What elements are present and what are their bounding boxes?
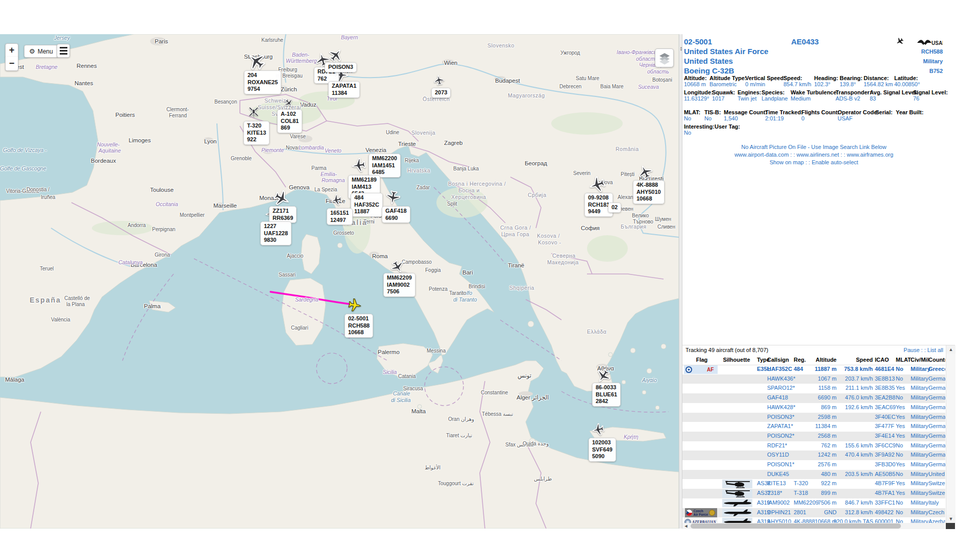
scroll-up-button[interactable]: ▲ xyxy=(946,345,955,354)
layers-button[interactable] xyxy=(655,48,674,67)
table-row[interactable]: DUKE45480 m203.5 km/hAE50B5NoMilitaryUni… xyxy=(682,470,945,480)
aircraft-icon[interactable] xyxy=(638,164,653,180)
column-header-mlat[interactable]: MLAT xyxy=(896,357,909,363)
aircraft-map-label[interactable]: ZAPATA111384 xyxy=(328,81,360,98)
table-row[interactable]: SPARO12*1158 m211.1 km/h3E8B35YesMilitar… xyxy=(682,384,945,393)
table-row[interactable]: ZAPATA1*11384 m3F477FYesMilitaryGermany xyxy=(682,422,945,432)
cell-ctry: Germany xyxy=(928,404,945,410)
table-row[interactable]: POISON1*2576 m3FB3D0YesMilitaryGermany xyxy=(682,460,945,470)
scroll-left-button[interactable]: ◄ xyxy=(682,523,690,529)
aircraft-map-label[interactable]: 484HAF352C11887 xyxy=(351,193,383,217)
zoom-out-button[interactable]: − xyxy=(5,57,18,71)
list-all-link[interactable]: List all xyxy=(927,347,943,353)
aircraft-map-label[interactable]: 4K-8888AHY501010668 xyxy=(633,180,665,204)
flag-cell[interactable]: CzechAir Force xyxy=(683,509,718,517)
map-canvas[interactable]: JerseyGolfo de Vizcaya -Golfe de Gascogn… xyxy=(0,34,679,529)
jet-silhouette-icon[interactable] xyxy=(722,499,752,508)
table-row[interactable]: HAWK428*869 m192.6 km/h3EAC69YesMilitary… xyxy=(682,403,945,413)
heli-silhouette-icon[interactable] xyxy=(722,480,752,488)
aircraft-icon[interactable] xyxy=(273,190,290,207)
column-header-flag[interactable]: Flag xyxy=(687,357,717,363)
aircraft-map-label[interactable]: 2073 xyxy=(431,88,451,98)
hscroll-thumb[interactable] xyxy=(691,523,901,529)
aircraft-icon[interactable] xyxy=(247,52,266,71)
table-row[interactable]: POISON2*2568 m3F4E14YesMilitaryGermany xyxy=(682,432,945,441)
table-row[interactable]: AS32T318*T-318899 m4B7FA1YesMilitarySwit… xyxy=(682,489,945,498)
column-header-civmil[interactable]: Civ/Mil xyxy=(911,357,928,363)
list-horizontal-scrollbar[interactable]: ◄ xyxy=(682,523,945,529)
aircraft-map-label[interactable]: MM62200IAM14516485 xyxy=(369,154,401,178)
table-row[interactable]: POISON3*2598 m3F40ECYesMilitaryGermany xyxy=(682,413,945,422)
aircraft-icon[interactable] xyxy=(592,423,605,436)
aircraft-icon[interactable] xyxy=(433,74,445,86)
aircraft-map-label[interactable]: A-102COL81869 xyxy=(277,109,302,133)
cell-mlat: Yes xyxy=(896,490,909,496)
table-row[interactable]: CzechAir Force A319DPHIN212801GND312.8 k… xyxy=(682,508,945,518)
aircraft-icon[interactable] xyxy=(330,194,342,206)
map-action-link[interactable]: Enable auto-select xyxy=(812,159,858,165)
detail-field: Transponder:ADS-B v2 xyxy=(836,89,871,102)
aircraft-map-label[interactable]: 02 xyxy=(608,203,621,213)
aircraft-map-label[interactable]: 1227UAF12289830 xyxy=(260,221,291,245)
cell-cm: Military xyxy=(911,452,928,458)
no-picture-note: No Aircraft Picture On File - Use Image … xyxy=(682,143,945,151)
column-header-callsign[interactable]: Callsign xyxy=(767,357,793,363)
aircraft-map-label[interactable]: 204ROXANE259754 xyxy=(244,70,281,94)
aircraft-map-label[interactable]: ZZ171RR6369 xyxy=(269,206,297,223)
table-row[interactable]: GAF4186690 m476.0 km/h3EA2B8NoMilitaryGe… xyxy=(682,393,945,403)
aircraft-map-label[interactable]: 16515112497 xyxy=(327,208,353,225)
column-header-country[interactable]: Country xyxy=(928,357,945,363)
aircraft-icon[interactable] xyxy=(385,190,401,205)
map-action-link[interactable]: Show on map xyxy=(770,159,804,165)
pause-link[interactable]: Pause xyxy=(903,347,919,353)
aircraft-map-label[interactable]: GAF4186690 xyxy=(382,206,410,223)
zoom-in-button[interactable]: + xyxy=(5,43,18,57)
menu-button[interactable]: ⚙ Menu xyxy=(24,45,58,58)
aircraft-icon[interactable] xyxy=(596,368,611,384)
table-row[interactable]: RDF21*762 m155.6 km/h3F6CC9NoMilitaryGer… xyxy=(682,441,945,451)
flag-cell[interactable]: AF xyxy=(683,365,718,374)
aircraft-icon[interactable] xyxy=(328,47,344,63)
table-row[interactable]: AZERBAIJANA319AHY50104K-888810668 m920.0… xyxy=(682,517,945,523)
aircraft-map-label[interactable]: MM62209IAM90027506 xyxy=(383,273,415,297)
aircraft-map-label[interactable]: T-320KITE13922 xyxy=(243,121,270,145)
aircraft-map-label[interactable]: 86-0033BLUE612842 xyxy=(592,383,621,407)
table-row[interactable]: AS32KITE13T-320922 m4B7F9FYesMilitarySwi… xyxy=(682,479,945,489)
aircraft-icon[interactable] xyxy=(589,176,606,193)
jet-silhouette-icon[interactable] xyxy=(722,518,752,523)
selected-aircraft-icon[interactable] xyxy=(348,298,362,312)
heli-silhouette-icon[interactable] xyxy=(722,489,752,498)
aircraft-icon[interactable] xyxy=(284,98,294,108)
list-toggle-button[interactable] xyxy=(57,44,70,58)
column-header-silhouette[interactable]: Silhouette xyxy=(718,357,755,363)
aircraft-map-label[interactable]: 02-5001RCH58810668 xyxy=(345,314,373,338)
table-row[interactable]: OSY11D1242 m470.4 km/h3F9A92NoMilitaryGe… xyxy=(682,450,945,460)
cell-icao: 4B7FA1 xyxy=(875,490,895,496)
table-row[interactable]: A319IAM9002MM622097506 m846.7 km/h33FFC1… xyxy=(682,498,945,508)
aircraft-map-label[interactable]: POISON3 xyxy=(325,62,357,72)
jet-silhouette-icon[interactable] xyxy=(722,509,752,517)
czech-af-flag: CzechAir Force xyxy=(685,508,717,517)
cell-ctry: Germany xyxy=(928,433,945,439)
image-search-link[interactable]: www.airframes.org xyxy=(847,152,893,158)
scrollbar-corner[interactable] xyxy=(946,523,955,529)
aircraft-icon[interactable] xyxy=(390,260,405,274)
aircraft-icon[interactable] xyxy=(351,158,366,173)
aircraft-map-label[interactable]: 102003SVF6495090 xyxy=(589,438,616,462)
panel-splitter[interactable]: ▲▼ xyxy=(679,34,682,529)
column-header-altitude[interactable]: Altitude xyxy=(805,357,837,363)
table-row[interactable]: HAWK436*1067 m203.7 km/h3E8B13NoMilitary… xyxy=(682,374,945,384)
cell-ctry: Germany xyxy=(928,394,945,400)
table-row[interactable]: AFE35LHAF352C48411887 m753.8 km/h4681E4N… xyxy=(682,365,945,374)
selected-icao-hex: AE0433 xyxy=(791,37,819,47)
scroll-down-button[interactable]: ▼ xyxy=(946,515,955,523)
list-vertical-scrollbar[interactable]: ▲ ▼ xyxy=(946,345,955,523)
column-header-speed[interactable]: Speed xyxy=(834,357,873,363)
column-header-icao[interactable]: ICAO xyxy=(875,357,895,363)
image-search-link[interactable]: www.airliners.net xyxy=(797,152,839,158)
image-search-link[interactable]: www.airport-data.com xyxy=(734,152,789,158)
flag-cell[interactable]: AZERBAIJAN xyxy=(683,518,718,523)
field-value: ADS-B v2 xyxy=(836,95,871,102)
aircraft-list: Tracking 49 aircraft (out of 8,707) Paus… xyxy=(682,345,955,529)
helicopter-icon[interactable] xyxy=(248,106,260,118)
